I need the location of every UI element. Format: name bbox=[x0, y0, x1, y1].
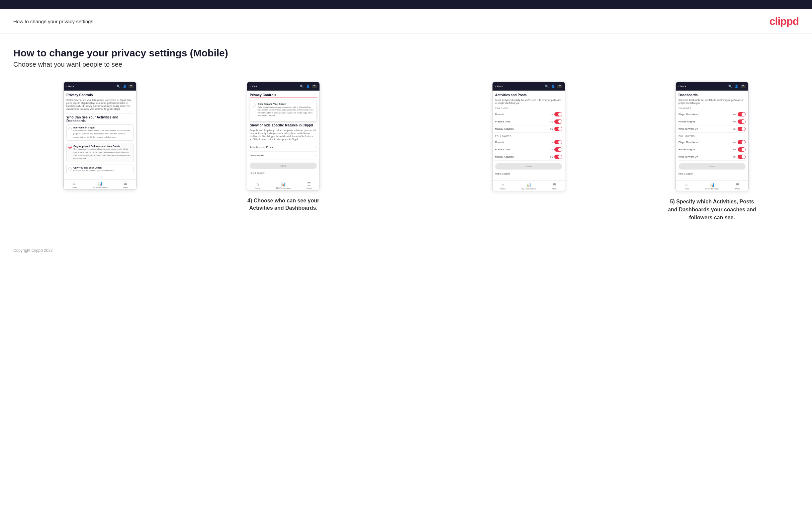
top-bar bbox=[0, 0, 812, 9]
toggle-followers-drills[interactable]: Practice Drills ON bbox=[495, 146, 562, 153]
toggle-followers-what-to-work-switch[interactable] bbox=[738, 155, 746, 159]
search-icon-4[interactable]: 🔍 bbox=[728, 84, 732, 89]
more-icon-2[interactable]: ☰ bbox=[312, 84, 317, 88]
privacy-controls-title: Privacy Controls bbox=[66, 93, 134, 97]
profile-icon-3[interactable]: 👤 bbox=[551, 84, 556, 89]
back-button-4[interactable]: ‹ Back bbox=[678, 85, 686, 88]
nav-performance-3[interactable]: 📊 My Performance bbox=[521, 182, 536, 190]
who-can-see-title: Who Can See Your Activities and Dashboar… bbox=[66, 115, 134, 123]
search-icon-3[interactable]: 🔍 bbox=[545, 84, 549, 89]
toggle-followers-round-insights-switch[interactable] bbox=[738, 147, 746, 152]
toggle-coaches-player-dash[interactable]: Player Dashboard ON bbox=[678, 111, 746, 118]
toggle-coaches-rounds[interactable]: Rounds ON bbox=[495, 111, 562, 118]
save-button-2[interactable]: Save bbox=[250, 163, 317, 169]
toggle-coaches-player-dash-switch[interactable] bbox=[738, 112, 746, 116]
nav-menu-4[interactable]: ☰ Menu bbox=[735, 182, 740, 190]
privacy-tab[interactable]: Privacy Controls bbox=[250, 93, 317, 98]
toggle-followers-rounds[interactable]: Rounds ON bbox=[495, 139, 562, 146]
performance-label-4: My Performance bbox=[705, 188, 719, 190]
caption5: 5) Specify which Activities, Posts and D… bbox=[668, 198, 756, 222]
screen1-content: Privacy Controls Control how you and you… bbox=[64, 91, 136, 179]
help-support-4: Help & Support bbox=[678, 172, 746, 175]
performance-icon-3: 📊 bbox=[526, 182, 531, 187]
screen2-nav: ‹ Back 🔍 👤 ☰ bbox=[247, 82, 319, 91]
chevron-activities: › bbox=[316, 146, 317, 149]
nav-menu-2[interactable]: ☰ Menu bbox=[307, 182, 311, 189]
show-hide-title: Show or hide specific features in Clippd bbox=[250, 123, 317, 127]
more-icon-3[interactable]: ☰ bbox=[557, 84, 562, 88]
more-icon-4[interactable]: ☰ bbox=[741, 84, 746, 88]
label-followers-manual: Manual Activities bbox=[495, 155, 514, 158]
dashboards-title: Dashboards bbox=[678, 93, 746, 97]
label-coaches-manual: Manual Activities bbox=[495, 127, 514, 130]
save-button-3[interactable]: Save bbox=[495, 163, 562, 170]
toggle-followers-manual-switch[interactable] bbox=[554, 155, 562, 159]
save-button-4[interactable]: Save bbox=[678, 163, 746, 170]
toggle-coaches-drills[interactable]: Practice Drills ON bbox=[495, 118, 562, 125]
radio-dropdown[interactable] bbox=[253, 104, 256, 107]
nav-home-2[interactable]: ⌂ Home bbox=[255, 182, 260, 189]
toggle-followers-manual[interactable]: Manual Activities ON bbox=[495, 153, 562, 161]
toggle-followers-drills-switch[interactable] bbox=[554, 147, 562, 152]
menu-label-2: Menu bbox=[307, 187, 311, 189]
option-coach-only-text: Only You and Your Coach Only you and the… bbox=[73, 167, 114, 172]
profile-icon-2[interactable]: 👤 bbox=[306, 84, 310, 89]
nav-menu[interactable]: ☰ Menu bbox=[123, 181, 128, 188]
toggle-coaches-round-insights-switch[interactable] bbox=[738, 119, 746, 124]
toggle-coaches-what-to-work-switch[interactable] bbox=[738, 127, 746, 131]
profile-icon[interactable]: 👤 bbox=[122, 84, 127, 89]
option-everyone-text: Everyone on Clippd Everyone on Clippd ca… bbox=[73, 126, 132, 138]
nav-performance-2[interactable]: 📊 My Performance bbox=[276, 182, 291, 189]
search-icon-2[interactable]: 🔍 bbox=[299, 84, 304, 89]
label-coaches-round-insights: Round Insights bbox=[678, 120, 695, 123]
dashboards-menu-item[interactable]: Dashboards › bbox=[250, 152, 317, 160]
toggle-coaches-round-insights[interactable]: Round Insights ON bbox=[678, 118, 746, 125]
toggle-followers-player-dash-switch[interactable] bbox=[738, 140, 746, 144]
toggle-coaches-what-to-work[interactable]: What To Work On ON bbox=[678, 125, 746, 133]
performance-label-2: My Performance bbox=[276, 187, 291, 189]
screen1-frame: ‹ Back 🔍 👤 ☰ Privacy Controls Control ho… bbox=[63, 81, 137, 190]
toggle-coaches-rounds-switch[interactable] bbox=[554, 112, 562, 116]
back-button-3[interactable]: ‹ Back bbox=[495, 85, 503, 88]
performance-label: My Performance bbox=[93, 186, 108, 188]
home-label-3: Home bbox=[501, 188, 506, 190]
label-followers-what-to-work: What To Work On bbox=[678, 155, 698, 158]
back-button[interactable]: ‹ Back bbox=[66, 85, 74, 88]
toggle-followers-what-to-work[interactable]: What To Work On ON bbox=[678, 153, 746, 161]
toggle-followers-player-dash[interactable]: Player Dashboard ON bbox=[678, 139, 746, 146]
screen1-group: ‹ Back 🔍 👤 ☰ Privacy Controls Control ho… bbox=[13, 81, 187, 190]
toggle-coaches-manual-switch[interactable] bbox=[554, 127, 562, 131]
more-icon[interactable]: ☰ bbox=[129, 84, 134, 88]
nav-menu-3[interactable]: ☰ Menu bbox=[552, 182, 557, 190]
radio-approved[interactable] bbox=[68, 146, 72, 149]
back-button-2[interactable]: ‹ Back bbox=[250, 85, 257, 88]
toggle-followers-rounds-switch[interactable] bbox=[554, 140, 562, 144]
screen2-content: Privacy Controls Only You and Your Coach… bbox=[247, 91, 319, 180]
home-icon-2: ⌂ bbox=[256, 182, 259, 186]
option-everyone[interactable]: Everyone on Clippd Everyone on Clippd ca… bbox=[66, 124, 134, 140]
toggle-followers-round-insights[interactable]: Round Insights ON bbox=[678, 146, 746, 153]
menu-icon-4: ☰ bbox=[736, 182, 740, 187]
search-icon[interactable]: 🔍 bbox=[116, 84, 120, 89]
performance-icon: 📊 bbox=[98, 181, 103, 186]
toggle-coaches-manual[interactable]: Manual Activities ON bbox=[495, 125, 562, 133]
screen2-group: ‹ Back 🔍 👤 ☰ Privacy Controls bbox=[197, 81, 370, 212]
option-coach-only[interactable]: Only You and Your Coach Only you and the… bbox=[66, 165, 134, 174]
option-approved[interactable]: Only Approved Followers and Your Coach O… bbox=[66, 143, 134, 162]
label-followers-round-insights: Round Insights bbox=[678, 148, 695, 151]
screen4-group: ‹ Back 🔍 👤 ☰ Dashboards Select the dashb… bbox=[625, 81, 799, 222]
nav-performance-4[interactable]: 📊 My Performance bbox=[705, 182, 719, 190]
nav-icons-3: 🔍 👤 ☰ bbox=[545, 84, 562, 89]
label-coaches-rounds: Rounds bbox=[495, 113, 504, 116]
dashboards-desc: Select the dashboards that you'd like to… bbox=[678, 99, 746, 105]
profile-icon-4[interactable]: 👤 bbox=[734, 84, 739, 89]
nav-performance[interactable]: 📊 My Performance bbox=[93, 181, 108, 188]
activities-menu-item[interactable]: Activities and Posts › bbox=[250, 143, 317, 152]
radio-everyone[interactable] bbox=[68, 127, 72, 130]
toggle-coaches-drills-switch[interactable] bbox=[554, 119, 562, 124]
nav-home[interactable]: ⌂ Home bbox=[72, 181, 77, 188]
nav-home-3[interactable]: ⌂ Home bbox=[501, 182, 506, 190]
nav-home-4[interactable]: ⌂ Home bbox=[684, 182, 689, 190]
label-coaches-player-dash: Player Dashboard bbox=[678, 113, 698, 116]
radio-coach-only[interactable] bbox=[68, 167, 72, 171]
